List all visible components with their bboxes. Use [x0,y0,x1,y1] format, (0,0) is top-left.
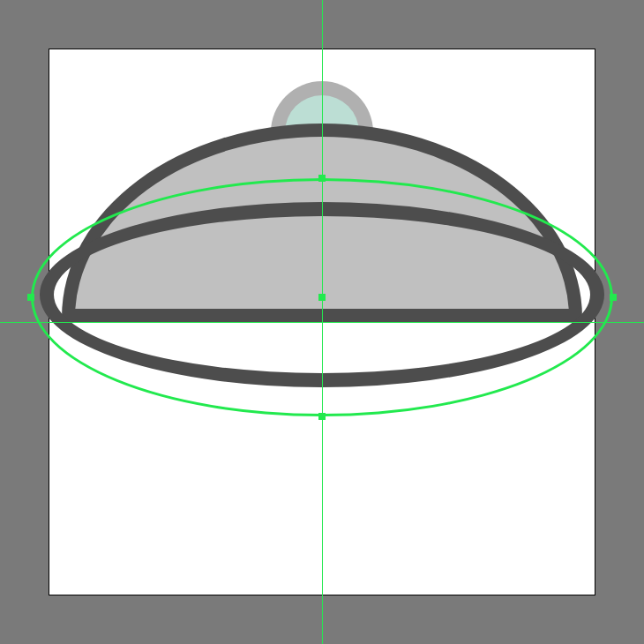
anchor-right[interactable] [610,294,617,301]
anchor-center[interactable] [318,294,326,301]
horizontal-guide[interactable] [0,322,644,323]
anchor-bottom[interactable] [318,413,326,420]
anchor-top[interactable] [318,175,326,182]
editor-canvas[interactable] [0,0,644,644]
anchor-left[interactable] [27,294,34,301]
